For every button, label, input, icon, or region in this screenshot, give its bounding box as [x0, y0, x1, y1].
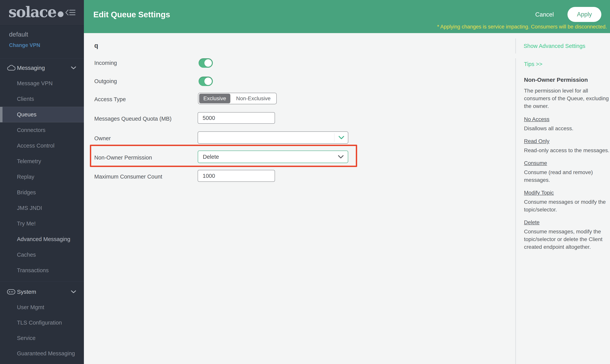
- sidebar-item-tls-configuration[interactable]: TLS Configuration: [0, 315, 84, 330]
- show-advanced-settings-link[interactable]: Show Advanced Settings: [524, 43, 585, 49]
- chevron-down-icon: [338, 155, 344, 159]
- sidebar-collapse-icon[interactable]: [65, 9, 76, 16]
- non-owner-permission-value: Delete: [198, 154, 338, 160]
- owner-select[interactable]: [198, 131, 348, 144]
- access-type-label: Access Type: [94, 96, 126, 103]
- access-type-exclusive[interactable]: Exclusive: [199, 94, 230, 103]
- tips-desc-read-only: Read-only access to the messages.: [524, 147, 610, 154]
- non-owner-permission-select[interactable]: Delete: [198, 150, 348, 163]
- sidebar-item-clients[interactable]: Clients: [0, 91, 84, 107]
- outgoing-label: Outgoing: [94, 78, 117, 85]
- sidebar-section-label: Messaging: [0, 65, 45, 71]
- incoming-label: Incoming: [94, 59, 117, 66]
- outgoing-toggle[interactable]: [199, 77, 213, 86]
- sidebar-item-telemetry[interactable]: Telemetry: [0, 154, 84, 169]
- system-icon: [7, 289, 15, 295]
- sidebar: solace default Change VPN Messaging: [0, 0, 84, 364]
- access-type-control: Exclusive Non-Exclusive: [198, 93, 277, 104]
- tips-term-no-access: No Access: [524, 116, 610, 122]
- sidebar-item-connectors[interactable]: Connectors: [0, 122, 84, 138]
- change-vpn-link[interactable]: Change VPN: [9, 42, 40, 48]
- owner-label: Owner: [94, 135, 111, 142]
- sidebar-item-guaranteed-messaging[interactable]: Guaranteed Messaging: [0, 346, 84, 361]
- sidebar-item-access-control[interactable]: Access Control: [0, 138, 84, 154]
- logo-band: solace: [0, 0, 84, 26]
- select-separator: [334, 133, 335, 142]
- tips-panel: Tips >> Non-Owner Permission The permiss…: [515, 58, 608, 364]
- sidebar-item-replay[interactable]: Replay: [0, 169, 84, 185]
- tips-desc-consume: Consume (read and remove) messages.: [524, 169, 610, 184]
- max-consumer-count-input[interactable]: [198, 170, 275, 182]
- tips-heading: Non-Owner Permission: [524, 77, 608, 83]
- sidebar-item-advanced-messaging[interactable]: Advanced Messaging: [0, 232, 84, 247]
- max-consumer-count-label: Maximum Consumer Count: [94, 173, 162, 180]
- cancel-button[interactable]: Cancel: [535, 11, 554, 18]
- tips-desc-no-access: Disallows all access.: [524, 125, 610, 132]
- sidebar-menu: Messaging Message VPN Clients Queues Con…: [0, 60, 84, 361]
- sidebar-item-queues[interactable]: Queues: [0, 107, 84, 122]
- quota-label: Messages Queued Quota (MB): [94, 115, 171, 122]
- chevron-down-icon: [338, 136, 344, 140]
- apply-button[interactable]: Apply: [568, 7, 601, 22]
- sidebar-item-try-me[interactable]: Try Me!: [0, 216, 84, 232]
- advanced-settings-box: Show Advanced Settings: [515, 39, 585, 53]
- queue-name: q: [94, 42, 98, 49]
- page-title: Edit Queue Settings: [93, 10, 170, 19]
- sidebar-item-bridges[interactable]: Bridges: [0, 185, 84, 200]
- chevron-down-icon: [71, 290, 76, 294]
- incoming-toggle[interactable]: [199, 58, 213, 68]
- vpn-block: default Change VPN: [0, 26, 84, 58]
- tips-term-modify-topic: Modify Topic: [524, 190, 610, 196]
- tips-entries: No Access Disallows all access. Read Onl…: [524, 116, 610, 251]
- access-type-non-exclusive[interactable]: Non-Exclusive: [230, 95, 276, 102]
- sidebar-section-system[interactable]: System: [0, 284, 84, 299]
- cloud-icon: [7, 65, 15, 71]
- solace-logo: solace: [9, 3, 64, 21]
- tips-desc-modify-topic: Consume messages or modify the topic/sel…: [524, 198, 610, 214]
- sidebar-divider: [0, 281, 84, 282]
- tips-term-delete: Delete: [524, 219, 610, 225]
- sidebar-item-jms-jndi[interactable]: JMS JNDI: [0, 200, 84, 216]
- logo-dot: [58, 11, 64, 17]
- tips-link[interactable]: Tips >>: [524, 61, 543, 67]
- edit-queue-header: Edit Queue Settings Cancel Apply * Apply…: [84, 0, 610, 33]
- queue-settings-form: q Incoming Outgoing Access Type Exclusiv…: [84, 33, 516, 364]
- toggle-knob: [204, 78, 212, 85]
- toggle-knob: [204, 59, 212, 67]
- chevron-down-icon: [71, 66, 76, 69]
- sidebar-section-label: System: [0, 289, 36, 295]
- tips-term-read-only: Read Only: [524, 138, 610, 144]
- sidebar-item-service[interactable]: Service: [0, 330, 84, 346]
- service-impact-warning: * Applying changes is service impacting.…: [437, 24, 607, 30]
- tips-desc-delete: Consume messages, modify the topic/selec…: [524, 228, 610, 251]
- non-owner-permission-label: Non-Owner Permission: [94, 154, 152, 161]
- logo-text: solace: [9, 3, 56, 21]
- sidebar-section-messaging[interactable]: Messaging: [0, 60, 84, 76]
- sidebar-item-transactions[interactable]: Transactions: [0, 263, 84, 278]
- vpn-name: default: [9, 31, 28, 38]
- sidebar-item-caches[interactable]: Caches: [0, 247, 84, 263]
- sidebar-item-message-vpn[interactable]: Message VPN: [0, 76, 84, 91]
- tips-intro: The permission level for all consumers o…: [524, 87, 610, 110]
- tips-term-consume: Consume: [524, 160, 610, 166]
- sidebar-item-user-mgmt[interactable]: User Mgmt: [0, 299, 84, 315]
- quota-input[interactable]: [198, 112, 275, 124]
